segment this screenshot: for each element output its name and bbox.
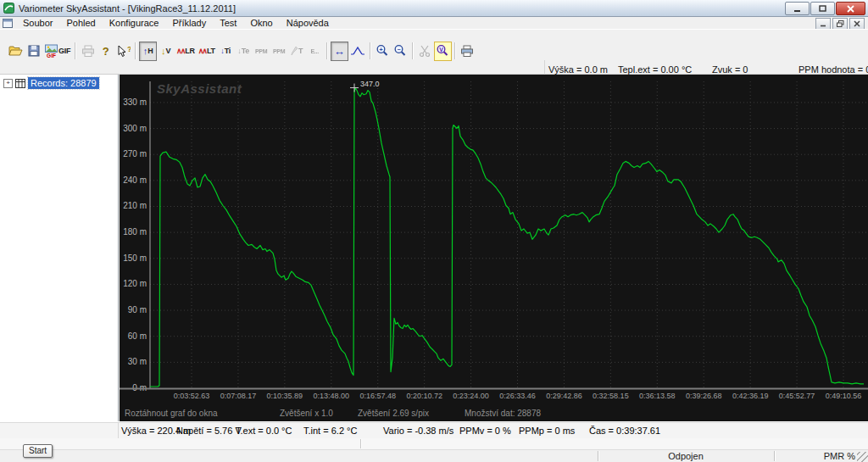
- toggle-temp-ext-button[interactable]: ↓Te: [235, 42, 253, 61]
- toggle-temp-int-button[interactable]: ↓Ti: [217, 42, 235, 61]
- y-tick-label: 210 m: [123, 201, 147, 210]
- toggle-lt-button[interactable]: ∧∧LT: [197, 42, 217, 61]
- toolbar-separator: [135, 42, 136, 59]
- menu-test[interactable]: Test: [213, 17, 243, 29]
- help-button[interactable]: ?: [97, 42, 114, 61]
- x-tick-label: 0:26:33.46: [499, 392, 536, 400]
- chart-watermark: SkyAssistant: [157, 81, 242, 96]
- status-bar: Odpojen PMR %: [0, 449, 868, 462]
- printer-icon: [81, 45, 95, 58]
- table-icon: [15, 79, 25, 88]
- records-node[interactable]: Records: 28879: [28, 77, 99, 89]
- status-value: Napětí = 5.76 V: [176, 426, 242, 436]
- x-tick-label: 0:20:10.72: [406, 392, 442, 400]
- y-tick-label: 330 m: [123, 97, 147, 107]
- altitude-chart[interactable]: 0:03:52.630:07:08.170:10:35.890:13:48.00…: [120, 75, 868, 421]
- app-window: Variometer SkyAssistant - [VikingRace3_1…: [0, 0, 868, 462]
- fit-width-button[interactable]: ↔: [331, 42, 348, 61]
- y-tick-label: 60 m: [128, 331, 147, 341]
- start-tooltip: Start: [23, 444, 53, 458]
- menu-bar: SouborPohledKonfiguracePříkladyTestOknoN…: [0, 17, 868, 30]
- y-tick-label: 30 m: [128, 357, 147, 366]
- tree-row[interactable]: + Records: 28879: [3, 77, 118, 89]
- fit-graph-label[interactable]: Roztáhnout graf do okna: [125, 409, 218, 418]
- title-bar[interactable]: Variometer SkyAssistant - [VikingRace3_1…: [0, 0, 868, 17]
- gif-image-icon: GIF: [44, 44, 58, 58]
- toolbar-band: GIFGIF??↑H↓V∧∧LR∧∧LT↓Ti↓TePPMPPMTE...↔+−…: [0, 29, 868, 75]
- mdi-restore-button[interactable]: [832, 18, 848, 30]
- y-tick-label: 90 m: [128, 305, 147, 314]
- records-tree-panel[interactable]: + Records: 28879: [0, 75, 119, 421]
- y-tick-label: 180 m: [123, 227, 147, 237]
- close-button[interactable]: [836, 2, 865, 15]
- toggle-annotations-button[interactable]: T: [288, 42, 306, 61]
- floppy-icon: [28, 45, 40, 57]
- context-help-button[interactable]: ?: [114, 42, 132, 61]
- y-tick-label: 150 m: [123, 253, 147, 263]
- peak-value-label: 347.0: [360, 80, 380, 88]
- toggle-lr-button[interactable]: ∧∧LR: [175, 42, 197, 61]
- expand-icon[interactable]: +: [3, 79, 13, 88]
- folder-open-icon: [8, 45, 23, 57]
- zoom-in-button[interactable]: +: [374, 42, 392, 61]
- altitude-trace: [150, 88, 864, 387]
- toolbar-separator: [370, 42, 371, 59]
- y-tick-label: 270 m: [123, 149, 147, 159]
- x-tick-label: 0:49:10.56: [826, 392, 862, 400]
- menu-konfigurace[interactable]: Konfigurace: [103, 17, 166, 29]
- status-value: Vario = -0.38 m/s: [383, 426, 453, 436]
- menu-okno[interactable]: Okno: [243, 17, 279, 29]
- status-value: T.int = 6.2 °C: [303, 426, 357, 436]
- maximize-button[interactable]: [810, 2, 835, 15]
- x-tick-label: 0:29:42.86: [546, 392, 582, 400]
- document-icon[interactable]: [3, 19, 13, 28]
- print-graph-button[interactable]: [459, 42, 476, 61]
- toolbar-separator: [326, 42, 328, 59]
- x-tick-label: 0:45:52.77: [779, 392, 815, 400]
- mdi-minimize-button[interactable]: [815, 18, 831, 30]
- zoom-out-button[interactable]: −: [392, 42, 409, 61]
- toolbar-separator: [412, 42, 414, 59]
- svg-text:−: −: [398, 47, 401, 53]
- chart-footer: Roztáhnout graf do okna Zvětšení x 1.0 Z…: [120, 408, 868, 421]
- connection-status: Odpojen: [598, 451, 774, 462]
- menu-soubor[interactable]: Soubor: [16, 17, 59, 29]
- menu-pohled[interactable]: Pohled: [59, 17, 102, 29]
- toggle-ppm-value-button[interactable]: PPM: [253, 42, 270, 61]
- red-peaks-icon: ∧∧: [176, 47, 185, 55]
- magnifier-v-icon: V: [436, 44, 449, 58]
- pen-icon: [291, 46, 298, 56]
- cursor-status-bar: Výška = 220.4 mNapětí = 5.76 VT.ext = 0.…: [0, 421, 868, 439]
- app-icon: [3, 3, 14, 14]
- pmr-status: PMR %: [774, 451, 855, 462]
- y-tick-label: 300 m: [123, 124, 147, 133]
- data-count-label: Množství dat: 28878: [465, 409, 541, 418]
- toggle-vario-button[interactable]: ↓V: [157, 42, 175, 61]
- svg-text:+: +: [380, 47, 383, 53]
- vario-lens-button[interactable]: V: [434, 42, 452, 61]
- toggle-events-button[interactable]: E...: [306, 42, 324, 61]
- resize-grip[interactable]: [857, 452, 868, 462]
- cut-button[interactable]: [416, 42, 434, 61]
- minimize-button[interactable]: [785, 2, 810, 15]
- menu-pklady[interactable]: Příklady: [165, 17, 213, 29]
- save-file-button[interactable]: [25, 42, 42, 61]
- altitude-plot[interactable]: 0:03:52.630:07:08.170:10:35.890:13:48.00…: [120, 75, 868, 408]
- print-button[interactable]: [79, 42, 97, 61]
- show-peaks-button[interactable]: [348, 42, 367, 61]
- export-gif-button[interactable]: GIFGIF: [42, 42, 72, 61]
- x-tick-label: 0:16:57.48: [359, 392, 396, 400]
- status-value: PPMp = 0 ms: [519, 426, 575, 436]
- mdi-close-button[interactable]: [849, 18, 865, 30]
- toggle-altitude-button[interactable]: ↑H: [139, 42, 157, 61]
- open-file-button[interactable]: [7, 42, 25, 61]
- printer-color-icon: [460, 45, 474, 58]
- x-tick-label: 0:23:24.00: [453, 392, 489, 400]
- cursor-question-icon: ?: [116, 45, 131, 58]
- status-value: Čas = 0:39:37.61: [589, 426, 660, 436]
- toggle-ppm-period-button[interactable]: PPM: [270, 42, 288, 61]
- menu-npovda[interactable]: Nápověda: [280, 17, 336, 29]
- x-tick-label: 0:39:26.68: [686, 392, 722, 400]
- x-tick-label: 0:42:36.19: [732, 392, 769, 400]
- x-tick-label: 0:07:08.17: [220, 392, 257, 400]
